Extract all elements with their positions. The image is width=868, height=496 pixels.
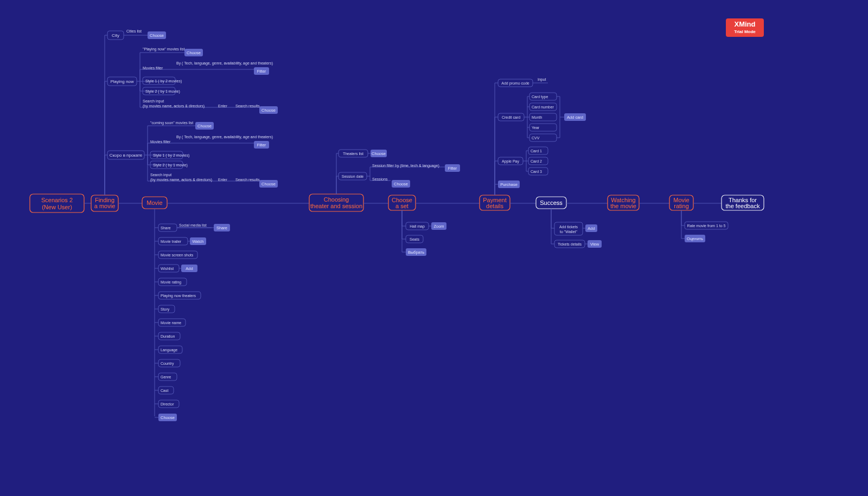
- vybrat-btn[interactable]: Выбрать: [406, 248, 426, 256]
- svg-text:Add: Add: [588, 226, 595, 231]
- finding-movie-node[interactable]: Finding a movie: [91, 195, 118, 211]
- cs-style2-node[interactable]: Style 2 ( by 1 movie): [150, 161, 188, 169]
- svg-text:Playing now theaters: Playing now theaters: [161, 294, 196, 298]
- svg-text:the feedback: the feedback: [726, 203, 760, 209]
- pn-list-choose-btn[interactable]: Choose: [184, 49, 203, 56]
- pn-search-l1: Search input: [143, 99, 164, 104]
- svg-text:Tickets details: Tickets details: [558, 242, 582, 246]
- svg-text:Purchase: Purchase: [500, 182, 518, 187]
- svg-text:Movie name: Movie name: [161, 321, 181, 325]
- svg-text:Success: Success: [540, 199, 563, 206]
- choose-set-node[interactable]: Choose a set: [388, 195, 416, 210]
- root-node[interactable]: Scenarios 2 (New User): [30, 194, 84, 212]
- coming-soon-node[interactable]: Скоро в прокате: [107, 151, 144, 159]
- pn-style2-node[interactable]: Style 2 ( by 1 movie): [143, 87, 180, 95]
- svg-text:Add promo code: Add promo code: [501, 81, 529, 86]
- svg-text:Movie rating: Movie rating: [161, 280, 181, 285]
- svg-text:Style 1 ( by 2 movies): Style 1 ( by 2 movies): [153, 153, 189, 158]
- svg-text:Apple Pay: Apple Pay: [502, 159, 519, 164]
- xmind-watermark: XMind Trial Mode: [726, 18, 764, 37]
- ocenit-btn[interactable]: Оценить: [685, 235, 705, 242]
- cs-results-choose-btn[interactable]: Choose: [259, 180, 278, 188]
- svg-text:Language: Language: [161, 348, 177, 352]
- purchase-btn[interactable]: Purchase: [498, 181, 520, 188]
- rate-movie-node[interactable]: Rate movie from 1 to 5: [685, 222, 728, 229]
- cs-filter-label: Movies filter: [150, 140, 171, 144]
- cs-style1-node[interactable]: Style 1 ( by 2 movies): [150, 151, 189, 159]
- session-filter-btn[interactable]: Filter: [445, 164, 460, 172]
- svg-text:details: details: [486, 203, 503, 209]
- wallet-add-btn[interactable]: Add: [585, 224, 597, 232]
- cs-enter-label: Enter: [218, 178, 227, 182]
- svg-text:Session date: Session date: [342, 175, 364, 178]
- svg-text:Movie: Movie: [146, 199, 162, 206]
- svg-text:City: City: [112, 33, 119, 38]
- payment-details-node[interactable]: Payment details: [480, 195, 510, 210]
- svg-text:Add card: Add card: [567, 115, 583, 120]
- svg-text:Share: Share: [216, 226, 227, 230]
- add-wallet-node[interactable]: Add tickets to "Wallet": [554, 222, 583, 235]
- cs-list-label: "coming soon" movies list: [150, 121, 193, 125]
- cs-results-label: Search results: [235, 178, 260, 182]
- thanks-node[interactable]: Thanks for the feedback: [722, 195, 764, 210]
- city-node[interactable]: City: [107, 31, 124, 40]
- svg-text:Card type: Card type: [532, 95, 548, 99]
- svg-text:Watch: Watch: [193, 239, 204, 244]
- session-date-node[interactable]: Session date: [339, 172, 367, 180]
- success-node[interactable]: Success: [536, 197, 566, 209]
- pn-style1-node[interactable]: Style 1 ( by 2 movies): [143, 77, 182, 85]
- svg-text:Choose: Choose: [150, 33, 164, 38]
- cs-filter-btn[interactable]: Filter: [254, 141, 269, 149]
- add-promo-node[interactable]: Add promo code: [498, 79, 533, 87]
- svg-text:Оценить: Оценить: [687, 236, 703, 241]
- svg-text:Scenarios 2: Scenarios 2: [41, 197, 73, 203]
- playing-now-node[interactable]: Playing now: [107, 77, 137, 86]
- svg-text:Genre: Genre: [161, 375, 171, 379]
- svg-text:Wishlist: Wishlist: [161, 267, 174, 270]
- pn-search-l2: (by movies name, actors & directors): [143, 104, 205, 108]
- svg-text:Скоро в прокате: Скоро в прокате: [110, 153, 143, 158]
- choosing-theater-node[interactable]: Choosing theater and session: [309, 194, 363, 211]
- sessions-choose-btn[interactable]: Choose: [392, 180, 410, 188]
- promo-input-label: Input: [538, 78, 546, 82]
- cities-list-label: Cities list: [126, 29, 142, 33]
- svg-text:Style 2 ( by 1 movie): Style 2 ( by 1 movie): [145, 89, 180, 94]
- svg-text:Movie screen shots: Movie screen shots: [161, 253, 194, 257]
- svg-text:CVV: CVV: [532, 136, 540, 140]
- svg-text:Playing now: Playing now: [110, 79, 133, 84]
- theaters-list-node[interactable]: Theaters list: [339, 150, 368, 157]
- svg-text:Choose: Choose: [394, 182, 408, 186]
- svg-text:Movie trailer: Movie trailer: [161, 240, 182, 243]
- cs-filter-desc: By ( Tech, language, genre, availability…: [176, 135, 273, 139]
- svg-text:a movie: a movie: [94, 203, 116, 209]
- city-choose-btn[interactable]: Choose: [148, 31, 166, 39]
- pn-filter-label: Movies filter: [143, 66, 163, 70]
- session-filter-label: Session filter by (time, tech & language…: [372, 164, 439, 168]
- tickets-view-btn[interactable]: View: [588, 240, 602, 248]
- apple-pay-node[interactable]: Apple Pay: [498, 157, 523, 165]
- svg-text:Month: Month: [532, 115, 542, 119]
- movie-rating-node[interactable]: Movie rating: [669, 195, 693, 210]
- pn-filter-btn[interactable]: Filter: [254, 67, 269, 75]
- tickets-details-node[interactable]: Tickets details: [554, 240, 585, 248]
- svg-text:Zoom: Zoom: [433, 224, 444, 229]
- svg-text:Hall map: Hall map: [410, 224, 425, 229]
- svg-text:Rate movie from 1 to 5: Rate movie from 1 to 5: [687, 224, 726, 228]
- theaters-choose-btn[interactable]: Choose: [371, 150, 387, 157]
- svg-text:Filter: Filter: [257, 69, 266, 74]
- add-card-btn[interactable]: Add card: [564, 113, 586, 121]
- pn-enter-label: Enter: [218, 104, 227, 108]
- credit-card-node[interactable]: Credit card: [498, 113, 524, 121]
- pn-results-choose-btn[interactable]: Choose: [259, 106, 278, 114]
- cs-list-choose-btn[interactable]: Choose: [195, 122, 214, 130]
- seats-node[interactable]: Seats: [406, 235, 423, 243]
- watching-movie-node[interactable]: Watching the movie: [608, 195, 639, 210]
- svg-text:Choose: Choose: [261, 182, 276, 186]
- svg-text:the movie: the movie: [610, 203, 636, 209]
- movie-node[interactable]: Movie: [142, 197, 167, 209]
- hall-map-node[interactable]: Hall map: [406, 222, 429, 230]
- zoom-btn[interactable]: Zoom: [431, 222, 446, 230]
- svg-text:theater and session: theater and session: [310, 203, 362, 209]
- svg-text:XMind: XMind: [735, 20, 756, 28]
- svg-text:Card 2: Card 2: [531, 159, 542, 163]
